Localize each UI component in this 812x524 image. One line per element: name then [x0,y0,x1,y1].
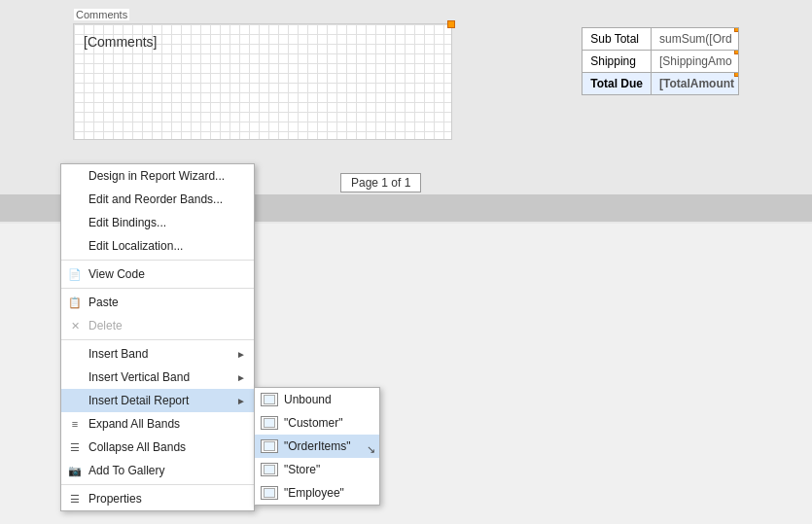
paste-icon: 📋 [67,295,83,310]
unbound-icon [261,393,278,406]
menu-item-delete[interactable]: ✕ Delete [61,314,254,337]
total-label: Total Due [583,73,652,95]
delete-label: Delete [88,319,123,332]
menu-item-edit-reorder[interactable]: Edit and Reorder Bands... [61,188,254,211]
comments-field: [Comments] [84,34,157,50]
insert-detail-report-arrow: ► [236,396,246,406]
shipping-row: Shipping [ShippingAmo [583,51,739,73]
paste-label: Paste [88,296,119,309]
separator-3 [61,339,254,340]
submenu-item-customer[interactable]: "Customer" [255,411,379,435]
properties-icon: ☰ [67,491,83,507]
insert-band-label: Insert Band [88,347,148,361]
comments-band-label: Comments [74,9,129,20]
total-handle[interactable] [734,73,739,78]
store-icon [261,463,278,476]
expand-all-label: Expand All Bands [88,417,180,431]
insert-band-arrow: ► [236,349,246,360]
menu-item-edit-localization[interactable]: Edit Localization... [61,234,254,258]
submenu-item-orderitems[interactable]: "OrderItems" ↘ [255,435,379,458]
shipping-label: Shipping [583,51,652,73]
menu-item-insert-band[interactable]: Insert Band ► [61,342,254,366]
insert-vertical-band-arrow: ► [236,372,246,383]
insert-detail-report-label: Insert Detail Report [88,394,189,407]
detail-report-submenu: Unbound "Customer" "OrderItems" ↘ "S [254,387,380,506]
page-indicator: Page 1 of 1 [340,173,421,192]
delete-icon: ✕ [67,318,83,333]
menu-item-insert-detail-report[interactable]: Insert Detail Report ► Unbound "Customer… [61,389,254,412]
menu-item-design-wizard[interactable]: Design in Report Wizard... [61,164,254,188]
orderitems-icon [261,439,278,453]
submenu-item-employee[interactable]: "Employee" [255,481,379,505]
menu-item-add-gallery[interactable]: 📷 Add To Gallery [61,459,254,482]
employee-label: "Employee" [284,486,344,500]
store-label: "Store" [284,463,320,476]
view-code-label: View Code [88,267,145,281]
total-value: [TotalAmount [652,73,739,95]
properties-label: Properties [88,492,142,506]
edit-bindings-label: Edit Bindings... [88,216,166,229]
customer-label: "Customer" [284,416,343,430]
collapse-all-label: Collapse All Bands [88,440,186,454]
orderitems-label: "OrderItems" [284,439,351,453]
shipping-value: [ShippingAmo [652,51,739,73]
menu-item-insert-vertical-band[interactable]: Insert Vertical Band ► [61,366,254,389]
submenu-item-unbound[interactable]: Unbound [255,388,379,411]
menu-item-paste[interactable]: 📋 Paste [61,291,254,314]
add-gallery-icon: 📷 [67,463,83,478]
collapse-all-icon: ☰ [67,439,83,455]
expand-all-icon: ≡ [67,416,83,432]
cursor: ↘ [367,443,375,456]
employee-icon [261,486,278,500]
comments-handle[interactable] [447,20,455,28]
submenu-item-store[interactable]: "Store" [255,458,379,481]
subtotal-value: sumSum([Ord [652,28,739,51]
shipping-handle[interactable] [734,51,739,55]
edit-reorder-label: Edit and Reorder Bands... [88,192,223,206]
separator-1 [61,260,254,261]
subtotal-label: Sub Total [583,28,652,51]
menu-item-collapse-all[interactable]: ☰ Collapse All Bands [61,436,254,459]
menu-item-view-code[interactable]: 📄 View Code [61,262,254,286]
menu-item-edit-bindings[interactable]: Edit Bindings... [61,211,254,234]
subtotal-row: Sub Total sumSum([Ord [583,28,739,51]
menu-item-properties[interactable]: ☰ Properties [61,487,254,510]
summary-table: Sub Total sumSum([Ord Shipping [Shipping… [582,27,739,95]
view-code-icon: 📄 [67,266,83,282]
separator-2 [61,288,254,289]
insert-vertical-band-label: Insert Vertical Band [88,370,190,384]
total-row: Total Due [TotalAmount [583,73,739,95]
customer-icon [261,416,278,430]
context-menu: Design in Report Wizard... Edit and Reor… [60,163,255,511]
unbound-label: Unbound [284,393,332,406]
edit-localization-label: Edit Localization... [88,239,183,253]
menu-item-expand-all[interactable]: ≡ Expand All Bands [61,412,254,436]
subtotal-handle[interactable] [734,28,739,33]
comments-band: Comments [Comments] [73,23,452,140]
design-wizard-label: Design in Report Wizard... [88,169,225,183]
add-gallery-label: Add To Gallery [88,464,165,477]
separator-4 [61,484,254,485]
